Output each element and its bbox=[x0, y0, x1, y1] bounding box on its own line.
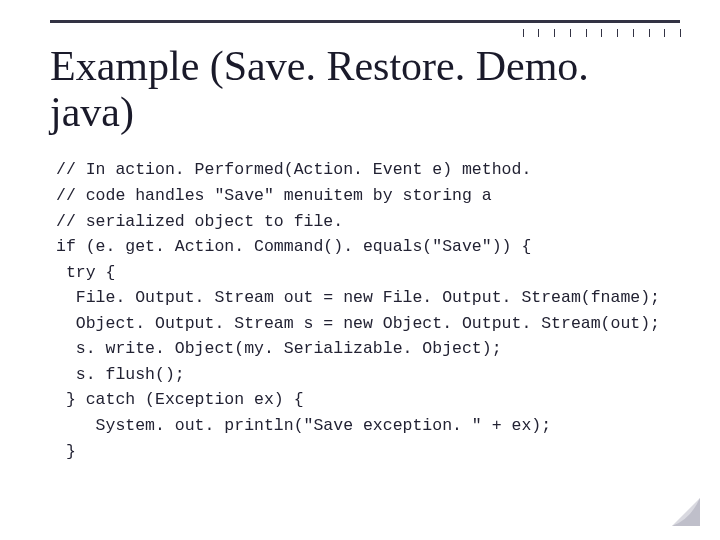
code-line: File. Output. Stream out = new File. Out… bbox=[56, 288, 660, 307]
code-line: // serialized object to file. bbox=[56, 212, 343, 231]
slide-title: Example (Save. Restore. Demo. java) bbox=[50, 43, 680, 135]
code-line: s. flush(); bbox=[56, 365, 185, 384]
code-line: try { bbox=[56, 263, 115, 282]
tick-row bbox=[50, 29, 680, 39]
page-curl-icon bbox=[672, 498, 700, 526]
code-block: // In action. Performed(Action. Event e)… bbox=[56, 157, 680, 464]
slide: Example (Save. Restore. Demo. java) // I… bbox=[0, 0, 720, 540]
code-line: System. out. println("Save exception. " … bbox=[56, 416, 551, 435]
code-line: } catch (Exception ex) { bbox=[56, 390, 304, 409]
code-line: } bbox=[56, 442, 76, 461]
code-line: Object. Output. Stream s = new Object. O… bbox=[56, 314, 660, 333]
code-line: // code handles "Save" menuitem by stori… bbox=[56, 186, 492, 205]
code-line: // In action. Performed(Action. Event e)… bbox=[56, 160, 531, 179]
code-line: if (e. get. Action. Command(). equals("S… bbox=[56, 237, 531, 256]
code-line: s. write. Object(my. Serializable. Objec… bbox=[56, 339, 502, 358]
top-rule bbox=[50, 20, 680, 23]
